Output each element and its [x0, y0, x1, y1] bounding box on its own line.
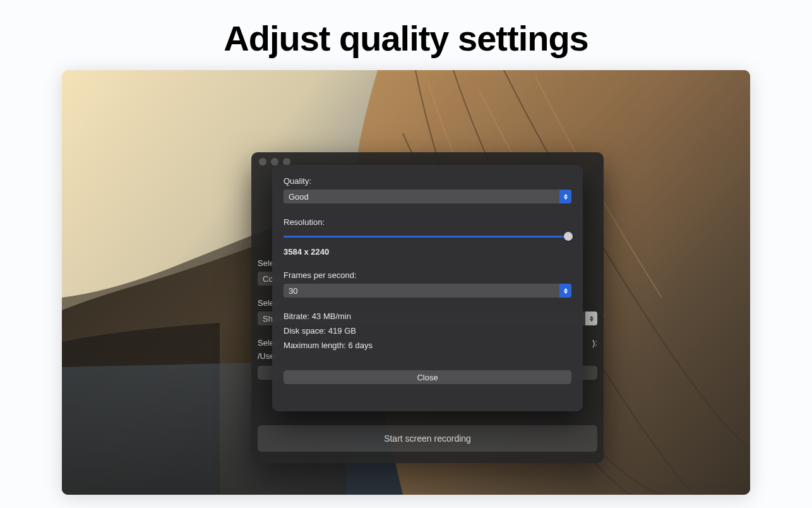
quality-settings-panel: Quality: Good Resolution: 3584 x 2240 Fr…	[272, 165, 583, 411]
quality-label: Quality:	[284, 176, 571, 186]
resolution-label: Resolution:	[284, 217, 571, 227]
resolution-value: 3584 x 2240	[284, 247, 571, 257]
close-button[interactable]: Close	[284, 370, 571, 384]
max-length-info: Maximum length: 6 days	[284, 341, 571, 350]
page-title: Adjust quality settings	[0, 0, 812, 59]
quality-select[interactable]: Good	[284, 190, 571, 203]
slider-track	[284, 236, 571, 238]
close-window-icon[interactable]	[259, 158, 266, 166]
select-arrows-icon	[585, 311, 597, 325]
disk-space-label: Disk space:	[284, 326, 326, 336]
screenshot-frame: Selec Colo Selec Show Selec ): /User Sta…	[62, 70, 750, 495]
bitrate-value: 43 MB/min	[312, 311, 351, 321]
fps-select[interactable]: 30	[284, 284, 571, 298]
fps-select-value: 30	[289, 286, 297, 296]
fps-label: Frames per second:	[284, 270, 571, 280]
bitrate-label: Bitrate:	[284, 311, 309, 321]
select-arrows-icon	[559, 284, 571, 298]
select-dest-suffix: ):	[592, 338, 597, 348]
select-arrows-icon	[559, 190, 571, 203]
close-button-label: Close	[417, 373, 438, 382]
disk-space-value: 419 GB	[328, 326, 356, 336]
bitrate-info: Bitrate: 43 MB/min	[284, 311, 571, 321]
start-recording-button[interactable]: Start screen recording	[258, 425, 597, 452]
resolution-slider[interactable]	[284, 231, 571, 243]
slider-thumb[interactable]	[564, 232, 573, 241]
disk-space-info: Disk space: 419 GB	[284, 326, 571, 336]
max-length-label: Maximum length:	[284, 341, 346, 350]
start-recording-label: Start screen recording	[384, 433, 471, 444]
quality-select-value: Good	[289, 192, 309, 202]
max-length-value: 6 days	[349, 341, 373, 350]
